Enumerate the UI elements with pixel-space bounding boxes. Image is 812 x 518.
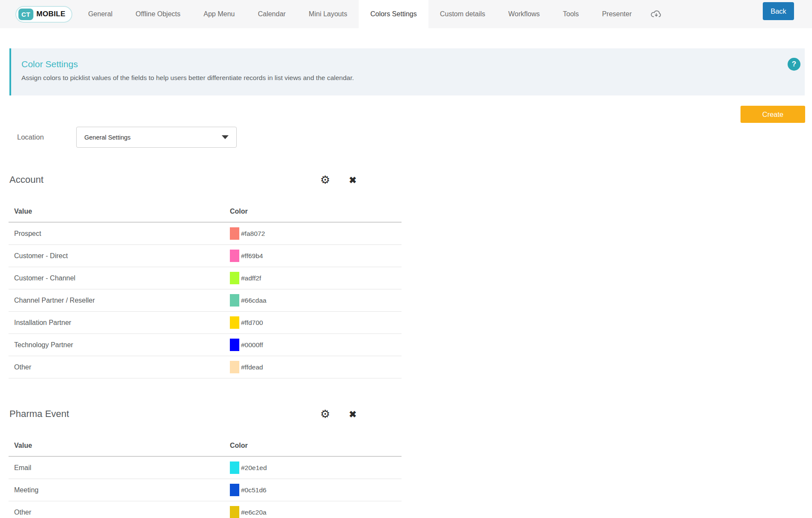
picklist-value: Meeting (9, 486, 230, 494)
table-row: Customer - Direct #ff69b4 (9, 245, 402, 267)
logo-mobile-text: MOBILE (36, 10, 65, 18)
color-cell: #adff2f (230, 272, 402, 284)
tab-app-menu[interactable]: App Menu (192, 0, 246, 28)
picklist-value: Other (9, 363, 230, 371)
color-cell: #20e1ed (230, 461, 402, 474)
close-icon[interactable]: ✖ (349, 410, 357, 419)
picklist-value: Customer - Direct (9, 252, 230, 260)
color-hex: #ff69b4 (241, 252, 263, 260)
color-swatch[interactable] (230, 484, 239, 496)
table-row: Channel Partner / Reseller #66cdaa (9, 289, 402, 312)
color-cell: #ff69b4 (230, 250, 402, 262)
column-header-value: Value (9, 442, 230, 450)
color-hex: #ffd700 (241, 319, 263, 327)
top-navigation-bar: CT MOBILE General Offline Objects App Me… (0, 0, 812, 28)
tab-workflows[interactable]: Workflows (497, 0, 552, 28)
help-icon[interactable]: ? (788, 58, 800, 71)
back-button[interactable]: Back (763, 2, 794, 20)
tab-colors-settings[interactable]: Colors Settings (359, 0, 428, 28)
tab-general[interactable]: General (77, 0, 124, 28)
color-cell: #fa8072 (230, 227, 402, 240)
column-header-value: Value (9, 208, 230, 215)
location-label: Location (17, 133, 76, 141)
color-cell: #66cdaa (230, 294, 402, 307)
color-cell: #ffd700 (230, 316, 402, 329)
color-cell: #e6c20a (230, 506, 402, 518)
table-header-row: Value Color (9, 441, 402, 457)
chevron-down-icon (222, 135, 229, 139)
color-hex: #fa8072 (241, 230, 265, 238)
section-pharma-event: Pharma Event ⚙ ✖ Value Color Email #20e1… (9, 408, 402, 518)
logo-ct-badge: CT (18, 9, 33, 20)
color-cell: #ffdead (230, 361, 402, 373)
picklist-value: Prospect (9, 230, 230, 238)
color-swatch[interactable] (230, 272, 239, 284)
gear-icon[interactable]: ⚙ (320, 408, 330, 420)
tab-mini-layouts[interactable]: Mini Layouts (297, 0, 359, 28)
table-row: Other #ffdead (9, 356, 402, 378)
table-row: Email #20e1ed (9, 457, 402, 479)
section-account-header: Account ⚙ ✖ (9, 174, 402, 187)
table-row: Technology Partner #0000ff (9, 334, 402, 356)
location-select[interactable]: General Settings (76, 127, 237, 148)
location-selected-value: General Settings (84, 134, 222, 141)
table-row: Meeting #0c51d6 (9, 479, 402, 501)
tab-offline-objects[interactable]: Offline Objects (124, 0, 192, 28)
create-button-row: Create (0, 106, 805, 123)
color-settings-info-banner: Color Settings Assign colors to picklist… (9, 48, 805, 95)
page-title: Color Settings (21, 59, 794, 70)
app-logo: CT MOBILE (15, 0, 72, 28)
table-row: Installation Partner #ffd700 (9, 312, 402, 334)
color-swatch[interactable] (230, 506, 239, 518)
color-hex: #66cdaa (241, 297, 266, 304)
tab-custom-details[interactable]: Custom details (428, 0, 497, 28)
color-hex: #ffdead (241, 363, 263, 371)
tab-presenter[interactable]: Presenter (590, 0, 643, 28)
pharma-event-color-table: Value Color Email #20e1ed Meeting #0c51d… (9, 441, 402, 518)
color-hex: #adff2f (241, 274, 261, 282)
section-title: Account (9, 174, 44, 185)
color-cell: #0000ff (230, 339, 402, 351)
color-swatch[interactable] (230, 361, 239, 373)
color-swatch[interactable] (230, 339, 239, 351)
picklist-value: Other (9, 509, 230, 516)
tab-tools[interactable]: Tools (551, 0, 590, 28)
column-header-color: Color (230, 442, 402, 450)
picklist-value: Technology Partner (9, 341, 230, 349)
location-row: Location General Settings (17, 127, 812, 148)
section-account: Account ⚙ ✖ Value Color Prospect #fa8072… (9, 174, 402, 378)
picklist-value: Email (9, 464, 230, 472)
color-swatch[interactable] (230, 250, 239, 262)
nav-tabs: General Offline Objects App Menu Calenda… (77, 0, 669, 28)
table-row: Prospect #fa8072 (9, 223, 402, 245)
section-account-actions: ⚙ ✖ (320, 174, 357, 185)
color-swatch[interactable] (230, 461, 239, 474)
section-pharma-event-header: Pharma Event ⚙ ✖ (9, 408, 402, 421)
page-description: Assign colors to picklist values of the … (21, 74, 794, 82)
picklist-value: Customer - Channel (9, 274, 230, 282)
color-hex: #e6c20a (241, 509, 266, 516)
color-hex: #0000ff (241, 341, 263, 349)
cloud-download-icon[interactable] (643, 0, 669, 28)
picklist-value: Installation Partner (9, 319, 230, 327)
picklist-value: Channel Partner / Reseller (9, 297, 230, 304)
color-cell: #0c51d6 (230, 484, 402, 496)
color-hex: #0c51d6 (241, 486, 266, 494)
create-button[interactable]: Create (741, 106, 805, 123)
table-row: Other #e6c20a (9, 501, 402, 518)
color-swatch[interactable] (230, 227, 239, 240)
tab-calendar[interactable]: Calendar (246, 0, 297, 28)
table-row: Customer - Channel #adff2f (9, 267, 402, 289)
color-swatch[interactable] (230, 316, 239, 329)
gear-icon[interactable]: ⚙ (320, 174, 330, 185)
section-pharma-event-actions: ⚙ ✖ (320, 408, 357, 420)
table-header-row: Value Color (9, 207, 402, 223)
close-icon[interactable]: ✖ (349, 176, 357, 185)
section-title: Pharma Event (9, 408, 69, 420)
color-hex: #20e1ed (241, 464, 267, 472)
color-swatch[interactable] (230, 294, 239, 307)
column-header-color: Color (230, 208, 402, 215)
logo-pill: CT MOBILE (15, 6, 72, 23)
account-color-table: Value Color Prospect #fa8072 Customer - … (9, 207, 402, 378)
